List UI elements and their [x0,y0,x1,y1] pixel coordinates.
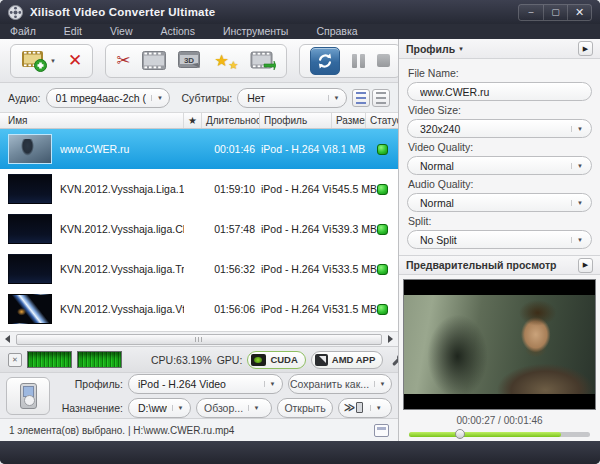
ipod-icon [20,383,37,409]
stop-icon [377,54,390,67]
column-size[interactable]: Размер [332,113,366,128]
chevron-down-icon: ▼ [151,95,167,101]
scroll-right-button[interactable] [384,334,397,345]
scrollbar-thumb[interactable] [16,334,382,345]
file-name-input[interactable] [407,82,592,101]
open-folder-button[interactable]: Открыть [277,398,333,418]
video-size-dropdown[interactable]: 320x240 ▼ [407,119,592,138]
preview-section-header[interactable]: Предварительный просмотр ▶ [399,255,600,275]
preview-detach-button[interactable]: ▶ [578,258,593,273]
audio-quality-dropdown[interactable]: Normal ▼ [407,193,592,212]
app-window: Xilisoft Video Converter Ultimate – ▢ ✕ … [0,0,600,464]
profile-section-header[interactable]: Профиль ▾ ▶ [399,39,600,59]
list-view-button[interactable] [352,89,370,107]
cpu-usage-label: CPU:63.19% [151,354,212,366]
scissors-icon: ✂ [116,52,130,69]
cuda-toggle-button[interactable]: CUDA [247,351,305,369]
performance-bar: ✕ CPU:63.19% GPU: CUDA AMD APP [0,346,398,372]
seek-fill [409,432,561,437]
amd-icon [315,354,328,366]
transfer-to-device-button[interactable]: ≫ ▼ [338,398,392,418]
detail-view-button[interactable] [372,89,390,107]
window-bottom-edge [0,441,600,464]
seek-bar[interactable] [409,432,590,437]
nvidia-icon [251,354,266,366]
status-ready-icon [377,264,388,275]
close-button[interactable]: ✕ [567,5,591,20]
column-profile[interactable]: Профиль [260,113,332,128]
stop-button[interactable] [377,54,390,67]
table-row[interactable]: www.CWER.ru 00:01:46 iPod - H.264 Video … [0,129,398,169]
pause-button[interactable] [352,54,365,68]
collapse-icon: ▾ [459,45,463,53]
amd-app-toggle-button[interactable]: AMD APP [311,351,383,369]
profile-section-title: Профиль [406,43,455,55]
destination-dropdown[interactable]: D:\www.CWER.ru ▼ [128,398,191,418]
add-file-button[interactable]: ▼ [21,50,56,72]
stars-icon: ★★ [214,51,238,71]
clip-button[interactable]: ✂ [116,52,130,69]
log-panel-icon[interactable] [374,424,389,437]
seek-thumb[interactable] [455,429,465,439]
file-list-panel: ▼ ✕ ✂ 3D ★ [0,39,398,441]
add-file-icon [21,50,47,72]
edit-effects-button[interactable] [142,51,166,70]
menu-item-actions[interactable]: Actions [161,25,209,39]
convert-button[interactable] [310,47,340,75]
output-settings: Профиль: iPod - H.264 Video ▼ Сохранить … [0,372,398,418]
hide-meter-button[interactable]: ✕ [8,353,22,367]
status-ready-icon [377,144,388,155]
menu-item-help[interactable]: Справка [316,25,371,39]
chevron-right-icon: ▶ [583,45,588,53]
table-row[interactable]: KVN.2012.Vysshaja.liga.Vtoraja.igra... 0… [0,289,398,329]
view-toggles [352,89,390,107]
horizontal-scrollbar[interactable] [0,331,398,346]
maximize-button[interactable]: ▢ [543,5,567,20]
cpu-meter [77,351,122,368]
chevron-down-icon: ▼ [374,381,390,387]
table-row[interactable]: KVN.2012.Vysshaja.Liga.1.4.Finala.1... 0… [0,169,398,209]
split-dropdown[interactable]: No Split ▼ [407,230,592,249]
merge-button[interactable] [250,51,276,71]
video-preview[interactable] [403,279,596,410]
convert-arrows-icon [316,52,334,70]
video-thumbnail [8,254,52,284]
status-ready-icon [377,304,388,315]
column-duration[interactable]: Длительность [202,113,260,128]
table-row[interactable]: KVN.2012.Vysshaja.liga.Tretija.igra.(...… [0,249,398,289]
browse-button[interactable]: Обзор... ▼ [196,398,272,418]
menu-item-view[interactable]: View [110,25,147,39]
menu-item-tools[interactable]: Инструменты [223,25,302,39]
column-favorite[interactable]: ★ [184,113,202,128]
minimize-button[interactable]: – [519,5,543,20]
effects-button[interactable]: ★★ [214,51,238,71]
chevron-right-icon: ▶ [583,261,588,269]
audio-label: Аудио: [8,92,41,104]
column-name[interactable]: Имя [0,113,184,128]
column-status[interactable]: Статус [366,113,398,128]
video-quality-dropdown[interactable]: Normal ▼ [407,156,592,175]
save-as-button[interactable]: Сохранить как... ▼ [288,374,392,394]
chevron-down-icon: ▼ [264,381,280,387]
video-size-label: Video Size: [408,104,592,116]
3d-convert-button[interactable]: 3D [178,51,202,70]
title-bar[interactable]: Xilisoft Video Converter Ultimate – ▢ ✕ [0,0,600,24]
table-row[interactable]: KVN.2012.Vysshaja.liga.Chetvertaja.... 0… [0,209,398,249]
cpu-meter [27,351,72,368]
app-icon [8,5,23,20]
delete-button[interactable]: ✕ [68,52,82,69]
menu-item-edit[interactable]: Edit [64,25,96,39]
window-title: Xilisoft Video Converter Ultimate [30,6,215,18]
profile-dropdown[interactable]: iPod - H.264 Video ▼ [128,374,283,394]
scroll-left-button[interactable] [1,334,14,345]
subtitles-label: Субтитры: [181,92,232,104]
target-device-button[interactable] [6,377,50,415]
profile-detach-button[interactable]: ▶ [578,41,593,56]
audio-track-dropdown[interactable]: 01 mpeg4aac-2ch (English) ▼ [46,88,171,108]
playback-time: 00:00:27 / 00:01:46 [399,415,600,426]
status-ready-icon [377,224,388,235]
subtitles-dropdown[interactable]: Нет ▼ [237,88,347,108]
chevron-down-icon[interactable]: ▼ [50,58,56,64]
film-icon [142,51,166,70]
menu-item-file[interactable]: Файл [10,25,50,39]
